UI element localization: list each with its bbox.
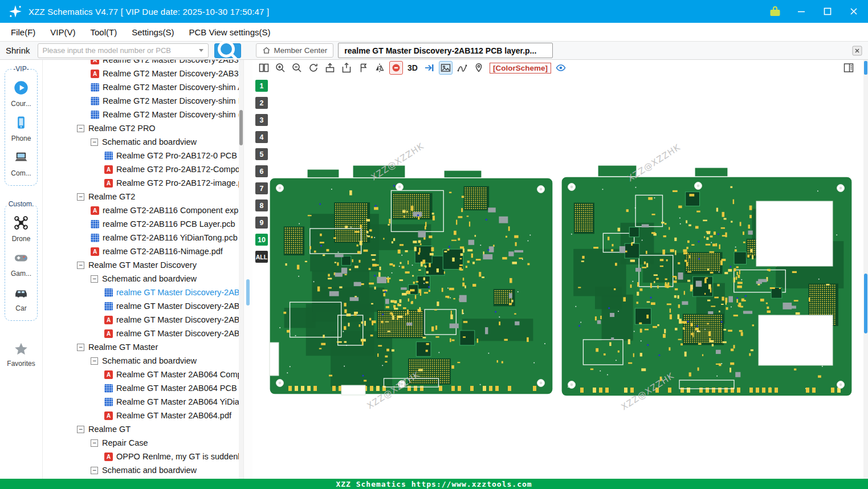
image-mode-icon[interactable] [439,61,453,75]
pcb-canvas-area[interactable]: XZZ@XZZHKXZZ@XZZHKXZZ@XZZHKXZZ@XZZHK 123… [252,76,863,479]
menu-tool[interactable]: Tool(T) [83,27,125,37]
collapse-icon[interactable]: − [91,275,98,283]
splitter-grip[interactable] [246,279,250,305]
tree-item[interactable]: realme GT Master Discovery-2AB1 [43,286,243,299]
tree-item[interactable]: realme GT2-2AB116 YiDianTong.pcb [43,231,243,244]
tree-folder[interactable]: −Realme GT Master [43,340,243,354]
sidebar-item-gamepad[interactable]: Gam... [11,250,31,278]
collapse-icon[interactable]: − [91,138,98,146]
tree-folder[interactable]: −Schematic and boardview [43,463,243,477]
tree-item[interactable]: ARealme GT2 Pro-2AB172-image.p [43,176,243,190]
tree-item[interactable]: ARealme GT Master 2AB064 Comp [43,368,243,381]
sidebar-item-computer[interactable]: Com... [11,149,31,177]
layer-button-10[interactable]: 10 [255,234,268,246]
tree-item[interactable]: Arealme GT Master Discovery-2AB1 [43,327,243,340]
shrink-button[interactable]: Shrink [6,46,30,55]
tree-folder[interactable]: −Schematic and boardview [43,135,243,149]
pcb-board-image[interactable]: XZZ@XZZHKXZZ@XZZHKXZZ@XZZHKXZZ@XZZHK [252,76,863,479]
tree-folder[interactable]: −Realme GT2 [43,190,243,203]
collapse-icon[interactable]: − [91,467,98,474]
menu-pcb-view-settings[interactable]: PCB View settings(S) [181,27,278,37]
layer-button-7[interactable]: 7 [255,182,268,194]
scrollbar-top-button[interactable] [864,61,867,75]
tree-item[interactable]: Arealme GT Master Discovery-2AB1 [43,313,243,327]
tree-item[interactable]: ARealme GT2 Pro-2AB172-Compor [43,162,243,176]
tree-scrollbar-thumb[interactable] [239,110,243,145]
tree-item[interactable]: Realme GT2 Master Discovery-shim ( [43,108,243,121]
split-view-icon[interactable] [257,61,271,75]
tree-item[interactable]: ARealme GT Master 2AB064.pdf [43,409,243,422]
menu-file[interactable]: File(F) [3,27,43,37]
collapse-icon[interactable]: − [77,262,84,269]
tree-folder[interactable]: −Realme GT [43,422,243,436]
layer-button-9[interactable]: 9 [255,217,268,229]
sidebar-item-drone[interactable]: Drone [12,215,31,243]
layer-button-6[interactable]: 6 [255,165,268,177]
layer-button-4[interactable]: 4 [255,131,268,143]
collapse-icon[interactable]: − [91,357,98,365]
menu-vip[interactable]: VIP(V) [43,27,83,37]
layer-button-2[interactable]: 2 [255,97,268,109]
search-input[interactable] [38,46,199,55]
tree-item[interactable]: ARealme GT2 Master Discovery-2AB39 [43,67,243,80]
rotate-icon[interactable] [307,61,320,75]
tree-item[interactable]: Realme GT2 Master Discovery-shim A [43,80,243,94]
tree-item[interactable]: Realme GT2 Master Discovery-shim I [43,94,243,108]
menu-settings[interactable]: Settings(S) [124,27,181,37]
tree-item[interactable]: ARealme GT2 Master Discovery-2AB39... [43,60,243,67]
document-tab[interactable]: realme GT Master Discovery-2AB112 PCB la… [338,43,553,58]
zoom-out-icon[interactable] [290,61,304,75]
collapse-icon[interactable]: − [77,426,84,433]
vip-briefcase-icon[interactable] [767,4,784,19]
chevron-down-icon[interactable] [199,49,203,52]
highlight-icon[interactable] [389,61,403,75]
layer-button-5[interactable]: 5 [255,148,268,160]
sidebar-item-play[interactable]: Cour... [11,80,31,108]
3d-button[interactable]: 3D [406,63,419,72]
collapse-icon[interactable]: − [77,193,84,201]
panel-splitter[interactable] [244,60,252,479]
tree-folder[interactable]: −Schematic and boardview [43,272,243,286]
layer-button-1[interactable]: 1 [255,80,268,92]
tree-item[interactable]: Arealme GT2-2AB116 Component exp [43,203,243,217]
tree-item[interactable]: Realme GT Master 2AB064 YiDian [43,395,243,409]
tree-item[interactable]: Arealme GT2-2AB116-Nimage.pdf [43,244,243,258]
mirror-icon[interactable] [373,61,386,75]
scrollbar-thumb[interactable] [864,274,867,333]
close-button[interactable] [845,4,862,19]
tree-folder[interactable]: −Realme GT Master Discovery [43,258,243,272]
jump-arrow-icon[interactable] [422,61,436,75]
tree-item[interactable]: Realme GT Master 2AB064 PCB la [43,381,243,395]
export-bottom-icon[interactable] [340,61,353,75]
vertical-scrollbar[interactable] [863,60,868,479]
sidebar-item-favorites[interactable]: Favorites [7,341,35,368]
search-button[interactable] [214,43,241,58]
maximize-button[interactable] [819,4,836,19]
close-document-icon[interactable] [852,46,862,56]
tree-folder[interactable]: −Repair Case [43,436,243,450]
sidebar-item-phone[interactable]: Phone [11,115,31,142]
curve-icon[interactable] [455,61,469,75]
layer-button-8[interactable]: 8 [255,199,268,211]
zoom-in-icon[interactable] [274,61,287,75]
flag-icon[interactable] [356,61,370,75]
collapse-icon[interactable]: − [77,125,84,132]
eye-icon[interactable] [554,61,568,75]
colorscheme-button[interactable]: [ColorScheme] [490,63,551,74]
sidebar-item-car[interactable]: Car [13,284,29,312]
tree-folder[interactable]: −Schematic and boardview [43,354,243,368]
tree-item[interactable]: Realme GT2 Pro-2AB172-0 PCB la [43,149,243,162]
search-combobox[interactable] [38,43,209,58]
member-center-button[interactable]: Member Center [256,43,334,58]
tree-item[interactable]: AOPPO Renlme, my GT is suddenly [43,450,243,463]
collapse-icon[interactable]: − [77,344,84,351]
tree-item[interactable]: realme GT2-2AB116 PCB Layer.pcb [43,217,243,231]
collapse-icon[interactable]: − [91,439,98,447]
minimize-button[interactable] [793,4,810,19]
layers-panel-icon[interactable] [842,61,855,75]
tree-folder[interactable]: −Realme GT2 PRO [43,121,243,135]
layer-button-all[interactable]: ALL [255,251,268,263]
tree-scrollbar[interactable] [239,60,243,479]
pin-icon[interactable] [472,61,486,75]
layer-button-3[interactable]: 3 [255,114,268,126]
